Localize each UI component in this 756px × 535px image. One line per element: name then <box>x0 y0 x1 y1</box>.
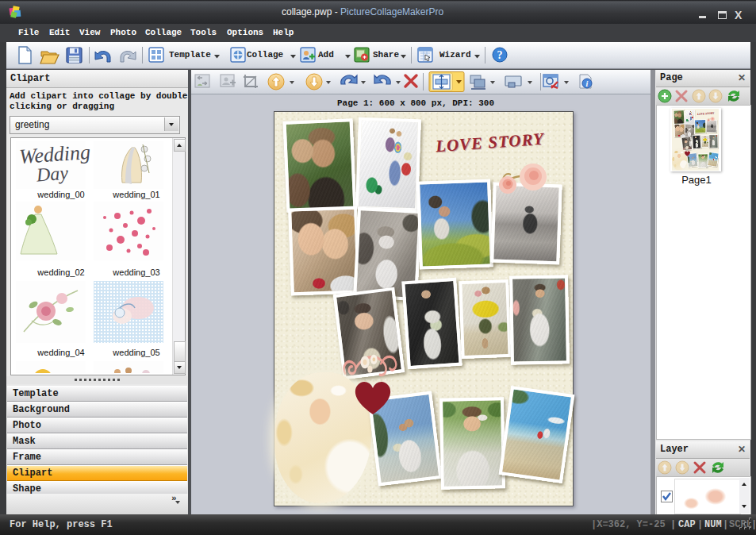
svg-text:i: i <box>586 79 589 88</box>
svg-text:?: ? <box>497 49 503 61</box>
